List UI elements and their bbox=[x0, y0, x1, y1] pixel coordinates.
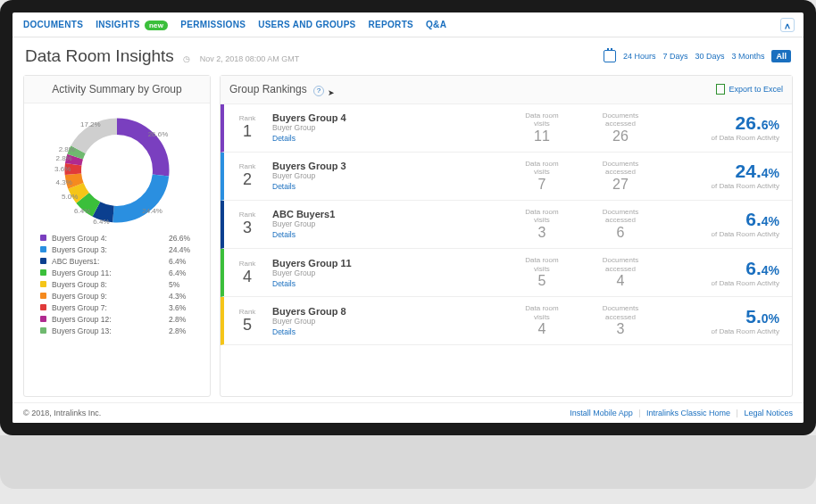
legend-name: Buyers Group 4: bbox=[52, 234, 163, 243]
docs-value: 3 bbox=[617, 321, 625, 337]
donut-slice-label: 3.6% bbox=[54, 165, 71, 173]
donut-slice-label: 17.2% bbox=[80, 120, 101, 128]
legend-swatch bbox=[40, 304, 46, 310]
activity-summary-panel: Activity Summary by Group 26.6%24.4%6.4%… bbox=[23, 75, 211, 397]
page-timestamp: Nov 2, 2018 08:00 AM GMT bbox=[200, 54, 300, 63]
ranking-row: Rank5Buyers Group 8Buyer GroupDetailsDat… bbox=[221, 297, 792, 345]
visits-label: Data roomvisits bbox=[525, 112, 558, 128]
legend-swatch bbox=[40, 246, 46, 252]
calendar-icon[interactable] bbox=[604, 50, 616, 62]
group-type: Buyer Group bbox=[272, 219, 499, 228]
legend-swatch bbox=[40, 327, 46, 334]
docs-value: 26 bbox=[612, 128, 629, 145]
visits-value: 7 bbox=[538, 177, 546, 193]
docs-label: Documentsaccessed bbox=[603, 208, 638, 225]
rank-label: Rank bbox=[239, 162, 256, 170]
range-30d[interactable]: 30 Days bbox=[695, 52, 724, 61]
help-icon[interactable]: ? bbox=[313, 86, 324, 96]
group-name: Buyers Group 8 bbox=[272, 306, 499, 317]
activity-percent: 6.4% bbox=[745, 259, 779, 277]
legend-name: Buyers Group 7: bbox=[52, 303, 163, 312]
rankings-title: Group Rankings bbox=[229, 83, 307, 95]
export-excel-button[interactable]: Export to Excel bbox=[716, 84, 783, 95]
legend-value: 4.3% bbox=[169, 292, 201, 301]
date-range-picker: 24 Hours 7 Days 30 Days 3 Months All bbox=[604, 50, 791, 62]
legend-name: Buyers Group 3: bbox=[52, 245, 163, 254]
donut-slice-label: 6.4% bbox=[93, 218, 109, 226]
collapse-button[interactable]: ᴧ bbox=[780, 18, 795, 32]
group-name: Buyers Group 4 bbox=[272, 112, 499, 123]
ranking-row: Rank3ABC Buyers1Buyer GroupDetailsData r… bbox=[221, 201, 792, 249]
range-all[interactable]: All bbox=[771, 50, 791, 62]
clock-icon: ◷ bbox=[183, 54, 190, 63]
footer-link-mobile[interactable]: Install Mobile App bbox=[570, 409, 633, 417]
group-type: Buyer Group bbox=[272, 269, 499, 277]
legend-name: Buyers Group 8: bbox=[52, 280, 163, 289]
legend-swatch bbox=[40, 269, 46, 276]
visits-label: Data roomvisits bbox=[525, 160, 558, 177]
excel-icon bbox=[716, 84, 725, 95]
details-link[interactable]: Details bbox=[272, 134, 499, 143]
tab-permissions[interactable]: PERMISSIONS bbox=[180, 20, 246, 29]
legend-row: Buyers Group 13:2.8% bbox=[40, 325, 201, 336]
copyright: © 2018, Intralinks Inc. bbox=[23, 409, 101, 417]
tab-qa[interactable]: Q&A bbox=[426, 20, 446, 29]
legend-name: Buyers Group 11: bbox=[52, 269, 163, 277]
summary-title: Activity Summary by Group bbox=[24, 76, 210, 103]
ranking-row: Rank2Buyers Group 3Buyer GroupDetailsDat… bbox=[221, 153, 792, 201]
donut-slice-label: 24.4% bbox=[142, 207, 162, 215]
tab-reports[interactable]: REPORTS bbox=[369, 20, 413, 29]
tab-users-groups[interactable]: USERS AND GROUPS bbox=[258, 20, 355, 29]
visits-label: Data roomvisits bbox=[525, 208, 558, 225]
legend-swatch bbox=[40, 258, 46, 264]
activity-percent: 24.4% bbox=[736, 161, 779, 180]
activity-percent-sub: of Data Room Activity bbox=[712, 230, 779, 238]
range-7d[interactable]: 7 Days bbox=[662, 52, 687, 61]
legend-swatch bbox=[40, 281, 46, 287]
activity-percent: 26.6% bbox=[736, 113, 779, 132]
legend-row: ABC Buyers1:6.4% bbox=[40, 255, 201, 267]
tab-documents[interactable]: DOCUMENTS bbox=[23, 20, 83, 29]
rank-label: Rank bbox=[239, 114, 256, 122]
docs-label: Documentsaccessed bbox=[603, 304, 638, 321]
range-3m[interactable]: 3 Months bbox=[731, 52, 764, 61]
visits-value: 3 bbox=[538, 225, 546, 241]
details-link[interactable]: Details bbox=[272, 230, 499, 239]
monitor-stand bbox=[0, 435, 816, 489]
page-header: Data Room Insights ◷ Nov 2, 2018 08:00 A… bbox=[12, 37, 804, 75]
donut-slice-label: 26.6% bbox=[148, 130, 169, 138]
range-24h[interactable]: 24 Hours bbox=[623, 52, 656, 61]
footer-link-classic[interactable]: Intralinks Classic Home bbox=[646, 409, 730, 417]
legend-row: Buyers Group 11:6.4% bbox=[40, 267, 201, 278]
details-link[interactable]: Details bbox=[272, 182, 499, 191]
rank-label: Rank bbox=[239, 260, 256, 268]
legend-swatch bbox=[40, 235, 46, 241]
rank-number: 4 bbox=[243, 268, 252, 286]
group-type: Buyer Group bbox=[272, 171, 499, 180]
donut-slice-label: 4.3% bbox=[56, 178, 72, 186]
group-name: Buyers Group 11 bbox=[272, 258, 499, 269]
chart-legend: Buyers Group 4:26.6%Buyers Group 3:24.4%… bbox=[24, 228, 210, 343]
donut-slice-label: 5.0% bbox=[62, 193, 78, 201]
legend-swatch bbox=[40, 316, 46, 322]
rank-number: 1 bbox=[243, 122, 252, 141]
visits-label: Data roomvisits bbox=[525, 256, 558, 273]
legend-name: Buyers Group 9: bbox=[52, 292, 163, 301]
tab-insights[interactable]: INSIGHTS new bbox=[96, 20, 168, 29]
details-link[interactable]: Details bbox=[272, 279, 499, 288]
legend-swatch bbox=[40, 293, 46, 299]
activity-percent-sub: of Data Room Activity bbox=[712, 182, 779, 190]
donut-slice-label: 6.4% bbox=[74, 207, 90, 215]
donut-slice-label: 2.8% bbox=[55, 154, 71, 162]
visits-value: 11 bbox=[534, 128, 550, 145]
details-link[interactable]: Details bbox=[272, 327, 499, 336]
footer-link-legal[interactable]: Legal Notices bbox=[744, 409, 793, 417]
legend-value: 26.6% bbox=[169, 234, 201, 243]
docs-label: Documentsaccessed bbox=[603, 160, 638, 177]
docs-label: Documentsaccessed bbox=[603, 112, 638, 128]
group-rankings-panel: Group Rankings ? ➤ Export to Excel Rank1… bbox=[220, 75, 793, 397]
activity-percent-sub: of Data Room Activity bbox=[712, 134, 779, 142]
legend-value: 2.8% bbox=[169, 315, 201, 324]
ranking-row: Rank1Buyers Group 4Buyer GroupDetailsDat… bbox=[221, 104, 792, 153]
visits-label: Data roomvisits bbox=[525, 304, 558, 321]
